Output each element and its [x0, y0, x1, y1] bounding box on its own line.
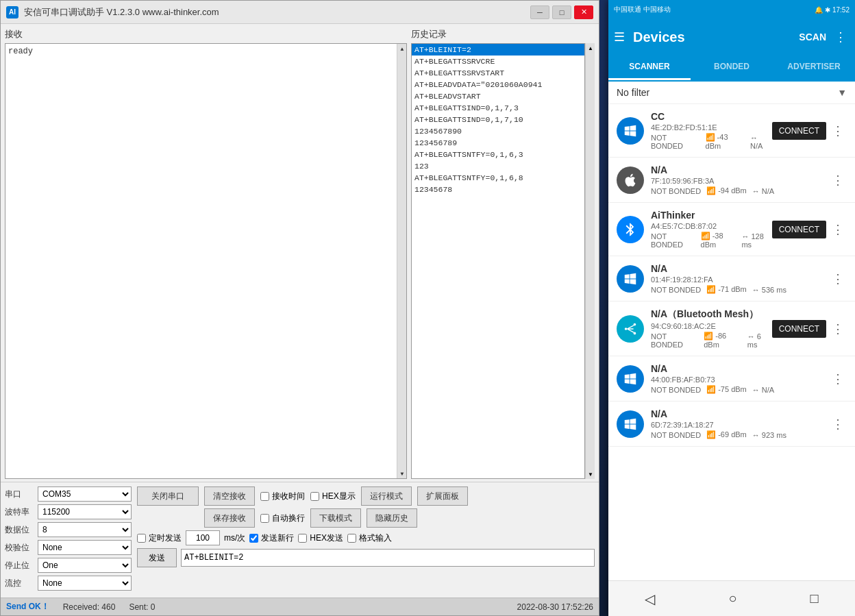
history-item[interactable]: AT+BLEADVSTART: [412, 90, 584, 102]
device-mac: 94:C9:60:18:AC:2E: [651, 322, 772, 330]
tab-advertiser[interactable]: ADVERTISER: [773, 55, 855, 80]
newline-send-checkbox[interactable]: [249, 534, 258, 543]
receive-area[interactable]: ready ▲ ▼: [5, 43, 407, 479]
device-name: N/A（Bluetooth Mesh）: [651, 308, 772, 321]
scroll-up-btn[interactable]: ▲: [397, 44, 407, 53]
device-list: CC 4E:2D:B2:FD:51:1E NOT BONDED 📶 -43 dB…: [608, 104, 855, 580]
newline-send-checkbox-group[interactable]: 发送新行: [249, 532, 294, 544]
history-item[interactable]: AT+BLEGATTSSRVSTART: [412, 67, 584, 79]
device-more-icon[interactable]: ⋮: [829, 417, 847, 432]
baudrate-select[interactable]: 115200: [38, 504, 132, 519]
stopbits-select[interactable]: One: [38, 558, 132, 573]
receive-time-checkbox-group[interactable]: 接收时间: [260, 491, 305, 502]
phone-navbar: ◁ ○ □: [608, 580, 855, 616]
databits-select[interactable]: 8: [38, 522, 132, 537]
phone-overlay: 中国联通 中国移动 🔔 ✱ 17:52 ☰ Devices SCAN ⋮ SCA…: [608, 0, 855, 616]
filter-bar[interactable]: No filter ▼: [608, 82, 855, 104]
connect-button[interactable]: CONNECT: [772, 122, 826, 140]
history-label: 历史记录: [411, 27, 595, 43]
close-port-button[interactable]: 关闭串口: [137, 486, 199, 506]
device-bonded-status: NOT BONDED: [651, 232, 695, 249]
maximize-button[interactable]: □: [552, 5, 571, 19]
history-scroll-up[interactable]: ▲: [586, 43, 595, 53]
device-actions: ⋮: [829, 173, 847, 188]
hide-history-button[interactable]: 隐藏历史: [367, 508, 417, 528]
svg-point-2: [634, 332, 636, 334]
window-title: 安信可串口调试助手 V1.2.3.0 www.ai-thinker.com: [24, 6, 530, 19]
send-ok-status: Send OK！: [6, 601, 49, 613]
history-item[interactable]: AT+BLEGATTSIND=0,1,7,10: [412, 114, 584, 125]
timed-send-input[interactable]: 100: [186, 530, 220, 545]
device-more-icon[interactable]: ⋮: [829, 123, 847, 138]
device-signal: 📶 -69 dBm: [706, 430, 747, 439]
history-item[interactable]: AT+BLEGATTSSRVCRE: [412, 56, 584, 67]
clear-receive-button[interactable]: 清空接收: [204, 486, 255, 506]
middle-controls: 关闭串口 清空接收 接收时间 HEX显示 运行模式 扩展面板: [137, 486, 595, 567]
history-scrollbar[interactable]: ▲ ▼: [585, 43, 595, 479]
history-item[interactable]: 1234567890: [412, 125, 584, 137]
format-input-checkbox[interactable]: [347, 534, 356, 543]
flowctrl-select[interactable]: None: [38, 576, 132, 591]
send-input[interactable]: [181, 549, 595, 567]
connect-button[interactable]: CONNECT: [772, 320, 826, 338]
top-panels: 接收 ready ▲ ▼ 历史记录 AT+BLEINIT=2AT+BLEGATT…: [1, 24, 599, 482]
device-interval: ↔ 128 ms: [741, 232, 771, 249]
device-interval: ↔ 6 ms: [747, 332, 772, 349]
device-interval: ↔ 923 ms: [752, 431, 786, 439]
phone-toolbar: ☰ Devices SCAN ⋮: [608, 19, 855, 55]
history-scroll-down[interactable]: ▼: [586, 469, 595, 479]
more-icon[interactable]: ⋮: [832, 27, 850, 47]
history-item[interactable]: AT+BLEGATTSNTFY=0,1,6,3: [412, 149, 584, 160]
history-item[interactable]: AT+BLEGATTSNTFY=0,1,6,8: [412, 172, 584, 184]
history-item[interactable]: 123456789: [412, 137, 584, 149]
device-more-icon[interactable]: ⋮: [829, 321, 847, 336]
port-select[interactable]: COM35: [38, 486, 132, 502]
menu-icon[interactable]: ☰: [614, 29, 625, 45]
hex-send-checkbox-group[interactable]: HEX发送: [298, 532, 343, 544]
history-item[interactable]: AT+BLEGATTSIND=0,1,7,3: [412, 102, 584, 114]
hex-send-checkbox[interactable]: [298, 534, 307, 543]
receive-scrollbar[interactable]: ▲ ▼: [397, 44, 406, 478]
tab-scanner[interactable]: SCANNER: [608, 55, 691, 80]
timed-send-checkbox[interactable]: [137, 534, 146, 543]
device-actions: ⋮: [829, 371, 847, 386]
nav-back-button[interactable]: ◁: [631, 588, 669, 610]
nav-recent-button[interactable]: □: [796, 588, 832, 609]
history-item[interactable]: 12345678: [412, 184, 584, 195]
history-item[interactable]: 123: [412, 160, 584, 172]
device-more-icon[interactable]: ⋮: [829, 371, 847, 386]
parity-select[interactable]: None: [38, 540, 132, 555]
device-more-icon[interactable]: ⋮: [829, 173, 847, 188]
history-area[interactable]: AT+BLEINIT=2AT+BLEGATTSSRVCREAT+BLEGATTS…: [411, 43, 585, 479]
save-receive-button[interactable]: 保存接收: [204, 508, 255, 528]
flowctrl-setting: 流控 None: [5, 576, 132, 591]
auto-newline-checkbox[interactable]: [260, 514, 269, 523]
timed-send-checkbox-group[interactable]: 定时发送: [137, 532, 182, 544]
auto-newline-checkbox-group[interactable]: 自动换行: [260, 513, 305, 524]
scroll-down-btn[interactable]: ▼: [397, 469, 407, 478]
device-status-row: NOT BONDED 📶 -43 dBm ↔ N/A: [651, 133, 772, 150]
expand-panel-button[interactable]: 扩展面板: [417, 486, 468, 506]
nav-home-button[interactable]: ○: [715, 588, 750, 609]
row3: 定时发送 100 ms/次 发送新行 HEX发送: [137, 530, 595, 545]
row2: 保存接收 自动换行 下载模式 隐藏历史: [137, 508, 595, 528]
close-button[interactable]: ✕: [574, 5, 593, 19]
format-input-checkbox-group[interactable]: 格式输入: [347, 532, 392, 544]
run-mode-button[interactable]: 运行模式: [361, 486, 412, 506]
device-icon: [617, 117, 644, 145]
hex-display-checkbox-group[interactable]: HEX显示: [310, 491, 356, 502]
tab-bonded[interactable]: BONDED: [691, 55, 773, 80]
connect-button[interactable]: CONNECT: [772, 221, 826, 238]
download-mode-button[interactable]: 下载模式: [310, 508, 361, 528]
send-button[interactable]: 发送: [137, 548, 177, 567]
scan-button[interactable]: SCAN: [793, 29, 832, 45]
device-more-icon[interactable]: ⋮: [829, 271, 847, 286]
history-item[interactable]: AT+BLEADVDATA="0201060A0941: [412, 79, 584, 90]
hex-display-checkbox[interactable]: [310, 492, 319, 501]
device-more-icon[interactable]: ⋮: [829, 222, 847, 237]
history-item[interactable]: AT+BLEINIT=2: [412, 44, 584, 56]
baudrate-setting: 波特率 115200: [5, 504, 132, 519]
minimize-button[interactable]: ─: [530, 5, 549, 19]
receive-time-checkbox[interactable]: [260, 492, 269, 501]
databits-setting: 数据位 8: [5, 522, 132, 537]
